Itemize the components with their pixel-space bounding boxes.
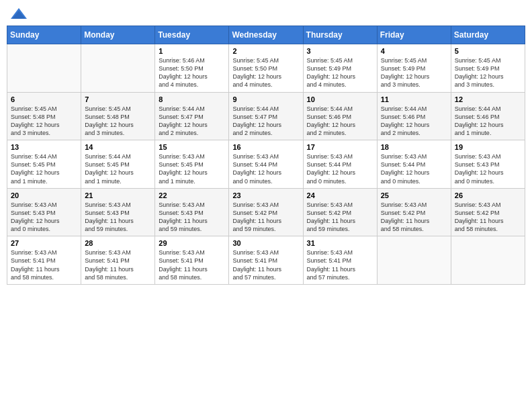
calendar-cell <box>7 44 81 93</box>
weekday-saturday: Saturday <box>451 26 525 44</box>
calendar-cell: 5Sunrise: 5:45 AM Sunset: 5:49 PM Daylig… <box>451 44 525 93</box>
calendar-cell: 15Sunrise: 5:43 AM Sunset: 5:45 PM Dayli… <box>155 140 229 189</box>
calendar-cell: 3Sunrise: 5:45 AM Sunset: 5:49 PM Daylig… <box>303 44 377 93</box>
calendar-cell: 17Sunrise: 5:43 AM Sunset: 5:44 PM Dayli… <box>303 140 377 189</box>
logo <box>9 7 31 21</box>
day-detail: Sunrise: 5:43 AM Sunset: 5:41 PM Dayligh… <box>11 248 77 281</box>
day-number: 31 <box>307 239 373 247</box>
calendar-cell <box>451 236 525 285</box>
day-number: 29 <box>159 239 225 247</box>
day-detail: Sunrise: 5:43 AM Sunset: 5:43 PM Dayligh… <box>85 201 151 234</box>
day-detail: Sunrise: 5:43 AM Sunset: 5:42 PM Dayligh… <box>455 201 521 234</box>
week-row-4: 20Sunrise: 5:43 AM Sunset: 5:43 PM Dayli… <box>7 188 525 236</box>
calendar-cell: 8Sunrise: 5:44 AM Sunset: 5:47 PM Daylig… <box>155 92 229 140</box>
calendar-cell: 10Sunrise: 5:44 AM Sunset: 5:46 PM Dayli… <box>303 92 377 140</box>
day-detail: Sunrise: 5:43 AM Sunset: 5:42 PM Dayligh… <box>381 201 447 234</box>
day-number: 18 <box>381 143 447 151</box>
calendar-cell: 13Sunrise: 5:44 AM Sunset: 5:45 PM Dayli… <box>7 140 81 189</box>
day-detail: Sunrise: 5:43 AM Sunset: 5:41 PM Dayligh… <box>232 248 299 281</box>
calendar-cell: 21Sunrise: 5:43 AM Sunset: 5:43 PM Dayli… <box>81 188 155 236</box>
calendar-cell: 9Sunrise: 5:44 AM Sunset: 5:47 PM Daylig… <box>229 92 303 140</box>
day-detail: Sunrise: 5:43 AM Sunset: 5:41 PM Dayligh… <box>307 248 373 281</box>
day-number: 5 <box>455 47 521 55</box>
day-number: 19 <box>455 143 521 151</box>
calendar-cell <box>377 236 451 285</box>
logo-icon <box>9 7 28 21</box>
day-detail: Sunrise: 5:44 AM Sunset: 5:45 PM Dayligh… <box>11 152 77 185</box>
day-number: 26 <box>455 191 521 199</box>
day-detail: Sunrise: 5:44 AM Sunset: 5:47 PM Dayligh… <box>232 105 299 138</box>
day-number: 4 <box>381 47 447 55</box>
day-number: 25 <box>381 191 447 199</box>
calendar-cell: 26Sunrise: 5:43 AM Sunset: 5:42 PM Dayli… <box>451 188 525 236</box>
calendar-cell: 23Sunrise: 5:43 AM Sunset: 5:42 PM Dayli… <box>229 188 303 236</box>
weekday-header-row: SundayMondayTuesdayWednesdayThursdayFrid… <box>7 26 525 44</box>
calendar-cell: 19Sunrise: 5:43 AM Sunset: 5:43 PM Dayli… <box>451 140 525 189</box>
weekday-wednesday: Wednesday <box>229 26 303 44</box>
weekday-friday: Friday <box>377 26 451 44</box>
calendar-cell: 24Sunrise: 5:43 AM Sunset: 5:42 PM Dayli… <box>303 188 377 236</box>
day-detail: Sunrise: 5:44 AM Sunset: 5:46 PM Dayligh… <box>307 105 373 138</box>
calendar-cell: 11Sunrise: 5:44 AM Sunset: 5:46 PM Dayli… <box>377 92 451 140</box>
day-detail: Sunrise: 5:43 AM Sunset: 5:42 PM Dayligh… <box>232 201 299 234</box>
weekday-sunday: Sunday <box>7 26 81 44</box>
day-detail: Sunrise: 5:44 AM Sunset: 5:46 PM Dayligh… <box>381 105 447 138</box>
week-row-3: 13Sunrise: 5:44 AM Sunset: 5:45 PM Dayli… <box>7 140 525 189</box>
day-number: 27 <box>11 239 77 247</box>
day-number: 16 <box>232 143 299 151</box>
calendar-cell: 14Sunrise: 5:44 AM Sunset: 5:45 PM Dayli… <box>81 140 155 189</box>
day-number: 30 <box>232 239 299 247</box>
calendar-cell: 18Sunrise: 5:43 AM Sunset: 5:44 PM Dayli… <box>377 140 451 189</box>
day-detail: Sunrise: 5:43 AM Sunset: 5:45 PM Dayligh… <box>159 152 225 185</box>
day-detail: Sunrise: 5:43 AM Sunset: 5:41 PM Dayligh… <box>85 248 151 281</box>
day-detail: Sunrise: 5:44 AM Sunset: 5:45 PM Dayligh… <box>85 152 151 185</box>
day-detail: Sunrise: 5:43 AM Sunset: 5:44 PM Dayligh… <box>232 152 299 185</box>
week-row-1: 1Sunrise: 5:46 AM Sunset: 5:50 PM Daylig… <box>7 44 525 93</box>
day-number: 20 <box>11 191 77 199</box>
day-detail: Sunrise: 5:43 AM Sunset: 5:43 PM Dayligh… <box>455 152 521 185</box>
calendar-table: SundayMondayTuesdayWednesdayThursdayFrid… <box>7 26 525 285</box>
week-row-5: 27Sunrise: 5:43 AM Sunset: 5:41 PM Dayli… <box>7 236 525 285</box>
day-detail: Sunrise: 5:46 AM Sunset: 5:50 PM Dayligh… <box>159 56 225 89</box>
calendar-cell <box>81 44 155 93</box>
day-detail: Sunrise: 5:44 AM Sunset: 5:46 PM Dayligh… <box>455 105 521 138</box>
day-detail: Sunrise: 5:44 AM Sunset: 5:47 PM Dayligh… <box>159 105 225 138</box>
day-number: 22 <box>159 191 225 199</box>
day-number: 21 <box>85 191 151 199</box>
day-number: 24 <box>307 191 373 199</box>
day-number: 6 <box>11 95 77 103</box>
day-number: 8 <box>159 95 225 103</box>
calendar-cell: 1Sunrise: 5:46 AM Sunset: 5:50 PM Daylig… <box>155 44 229 93</box>
page-header <box>7 7 525 21</box>
day-number: 12 <box>455 95 521 103</box>
day-detail: Sunrise: 5:45 AM Sunset: 5:50 PM Dayligh… <box>232 56 299 89</box>
calendar-cell: 12Sunrise: 5:44 AM Sunset: 5:46 PM Dayli… <box>451 92 525 140</box>
day-detail: Sunrise: 5:43 AM Sunset: 5:44 PM Dayligh… <box>307 152 373 185</box>
calendar-cell: 31Sunrise: 5:43 AM Sunset: 5:41 PM Dayli… <box>303 236 377 285</box>
day-number: 15 <box>159 143 225 151</box>
day-number: 28 <box>85 239 151 247</box>
day-number: 2 <box>232 47 299 55</box>
calendar-cell: 30Sunrise: 5:43 AM Sunset: 5:41 PM Dayli… <box>229 236 303 285</box>
calendar-cell: 6Sunrise: 5:45 AM Sunset: 5:48 PM Daylig… <box>7 92 81 140</box>
day-number: 23 <box>232 191 299 199</box>
calendar-cell: 28Sunrise: 5:43 AM Sunset: 5:41 PM Dayli… <box>81 236 155 285</box>
day-detail: Sunrise: 5:45 AM Sunset: 5:49 PM Dayligh… <box>455 56 521 89</box>
calendar-cell: 4Sunrise: 5:45 AM Sunset: 5:49 PM Daylig… <box>377 44 451 93</box>
day-detail: Sunrise: 5:45 AM Sunset: 5:48 PM Dayligh… <box>11 105 77 138</box>
calendar-cell: 7Sunrise: 5:45 AM Sunset: 5:48 PM Daylig… <box>81 92 155 140</box>
day-number: 9 <box>232 95 299 103</box>
day-detail: Sunrise: 5:43 AM Sunset: 5:43 PM Dayligh… <box>159 201 225 234</box>
weekday-tuesday: Tuesday <box>155 26 229 44</box>
day-detail: Sunrise: 5:43 AM Sunset: 5:44 PM Dayligh… <box>381 152 447 185</box>
weekday-monday: Monday <box>81 26 155 44</box>
day-detail: Sunrise: 5:43 AM Sunset: 5:42 PM Dayligh… <box>307 201 373 234</box>
calendar-cell: 2Sunrise: 5:45 AM Sunset: 5:50 PM Daylig… <box>229 44 303 93</box>
day-number: 7 <box>85 95 151 103</box>
calendar-cell: 29Sunrise: 5:43 AM Sunset: 5:41 PM Dayli… <box>155 236 229 285</box>
day-detail: Sunrise: 5:45 AM Sunset: 5:49 PM Dayligh… <box>381 56 447 89</box>
calendar-cell: 20Sunrise: 5:43 AM Sunset: 5:43 PM Dayli… <box>7 188 81 236</box>
weekday-thursday: Thursday <box>303 26 377 44</box>
day-detail: Sunrise: 5:43 AM Sunset: 5:43 PM Dayligh… <box>11 201 77 234</box>
day-number: 17 <box>307 143 373 151</box>
